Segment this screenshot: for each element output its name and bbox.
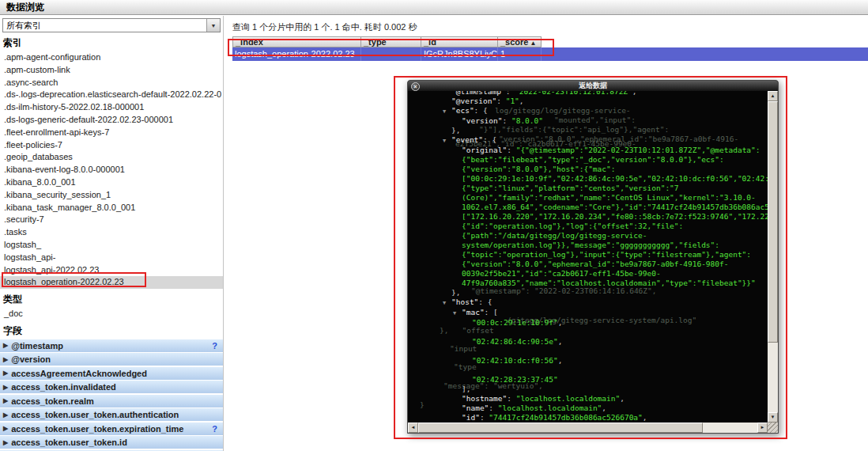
json-line: "02:42:28:23:37:45": [408, 375, 768, 385]
json-line: },: [408, 288, 768, 298]
chevron-down-icon[interactable]: ▼: [206, 19, 220, 32]
json-line: ▼"event": {: [408, 135, 768, 146]
scroll-left-icon[interactable]: ◄: [408, 423, 418, 433]
index-item[interactable]: .fleet-policies-7: [0, 139, 223, 152]
field-item[interactable]: ▶@timestamp?: [0, 339, 223, 352]
index-item[interactable]: logstash_api-2022.02.23: [0, 264, 223, 277]
field-label: access_token.user_token.authentication: [11, 410, 179, 419]
index-item[interactable]: .ds-.logs-deprecation.elasticsearch-defa…: [0, 89, 223, 101]
json-line: {"version":"8.0.0"},"host":{"mac":: [408, 165, 768, 174]
json-line: "@version": "1",: [408, 97, 768, 106]
index-item[interactable]: .kibana_task_manager_8.0.0_001: [0, 202, 223, 214]
index-item[interactable]: .kibana_security_session_1: [0, 189, 223, 202]
json-line: "name": "localhost.localdomain",: [408, 404, 768, 413]
expand-icon: ▶: [3, 356, 8, 363]
collapse-toggle-icon[interactable]: ▼: [443, 298, 451, 308]
dialog-title: 返给数据: [408, 81, 778, 91]
json-line: {"topic":"operation_log"},"input":{"type…: [408, 250, 768, 260]
index-item[interactable]: .fleet-enrollment-api-keys-7: [0, 127, 223, 139]
json-line: "original": "{"@timestamp":"2022-02-23T1…: [408, 146, 768, 155]
expand-icon: ▶: [3, 342, 8, 349]
json-line: {"type":"linux","platform":"centos","ver…: [408, 184, 768, 193]
json-line: "@timestamp": "2022-02-23T10:12:01.872Z"…: [408, 91, 768, 97]
index-item[interactable]: .kibana-event-log-8.0.0-000001: [0, 164, 223, 176]
json-line: {"version":"8.0.0","ephemeral_id":"be9a7…: [408, 260, 768, 269]
collapse-toggle-icon[interactable]: ▼: [453, 309, 462, 318]
result-cell: IGcRJn8BS8YLiyCWL1ec: [421, 47, 498, 61]
field-item[interactable]: ▶accessAgreementAcknowledged: [0, 367, 223, 380]
index-item[interactable]: .apm-agent-configuration: [0, 51, 223, 64]
section-heading-type: 类型: [3, 293, 223, 306]
results-table: _index_type_id_score▲ logstash_operation…: [232, 36, 868, 61]
field-item[interactable]: ▶access_token.invalidated: [0, 381, 223, 393]
json-line: 0039e2f5be21","id":"ca2b0617-eff1-45be-9…: [408, 269, 768, 279]
column-header-score[interactable]: _score▲: [498, 36, 542, 47]
vertical-scroll-thumb[interactable]: [768, 101, 778, 343]
horizontal-scrollbar[interactable]: ◄ ►: [408, 423, 768, 433]
json-line: ["172.16.20.220","172.16.20.234","fe80::…: [408, 212, 768, 222]
scroll-right-icon[interactable]: ►: [757, 423, 768, 433]
index-item[interactable]: .geoip_databases: [0, 151, 223, 164]
field-help-icon[interactable]: ?: [212, 341, 217, 351]
column-header-id[interactable]: _id: [421, 36, 498, 47]
json-line: "02:42:10:dc:f0:56",: [408, 356, 768, 366]
field-item[interactable]: ▶access_token.user_token.expiration_time…: [0, 423, 223, 435]
field-label: access_token.invalidated: [11, 382, 116, 392]
field-help-icon[interactable]: ?: [212, 424, 217, 434]
field-label: access_token.user_token.expiration_time: [11, 424, 183, 434]
field-item[interactable]: ▶access_token.user_token.id: [0, 436, 223, 449]
index-item[interactable]: logstash_operation-2022.02.23: [0, 276, 223, 289]
type-list: _doc: [0, 308, 223, 320]
table-row-selected[interactable]: logstash_operation-2022.02.23IGcRJn8BS8Y…: [232, 47, 868, 61]
index-filter-value: 所有索引: [3, 19, 206, 32]
index-filter-select[interactable]: 所有索引 ▼: [2, 18, 221, 32]
scroll-up-icon[interactable]: ▲: [768, 91, 778, 101]
field-item[interactable]: ▶access_token.realm: [0, 395, 223, 407]
field-label: @timestamp: [11, 341, 63, 351]
index-item[interactable]: logstash_: [0, 239, 223, 252]
index-item[interactable]: .apm-custom-link: [0, 64, 223, 77]
json-line: ▼"ecs": {: [408, 106, 768, 116]
expand-icon: ▶: [3, 439, 8, 446]
field-label: @version: [11, 354, 51, 364]
resize-grip[interactable]: [768, 423, 778, 433]
section-heading-fields: 字段: [3, 324, 223, 338]
page-title: 数据浏览: [0, 0, 868, 15]
close-icon[interactable]: ✕: [411, 82, 420, 91]
index-list: .apm-agent-configuration.apm-custom-link…: [0, 51, 223, 289]
index-item[interactable]: .tasks: [0, 226, 223, 239]
json-line: (Core)","family":"redhat","name":"CentOS…: [408, 193, 768, 203]
sidebar: 所有索引 ▼ 索引 .apm-agent-configuration.apm-c…: [0, 16, 224, 451]
json-viewer: "@timestamp": "2022-02-23T10:12:01.872Z"…: [408, 91, 768, 423]
column-header-type[interactable]: _type: [361, 36, 421, 47]
sort-asc-icon: ▲: [530, 40, 536, 47]
index-item[interactable]: .async-search: [0, 77, 223, 89]
expand-icon: ▶: [3, 384, 8, 391]
collapse-toggle-icon[interactable]: ▼: [443, 136, 451, 146]
index-item[interactable]: .ds-ilm-history-5-2022.02.18-000001: [0, 101, 223, 114]
scroll-down-icon[interactable]: ▼: [768, 412, 778, 423]
expand-icon: ▶: [3, 370, 8, 377]
json-line: 1062.el7.x86_64","codename":"Core"},"id"…: [408, 203, 768, 212]
json-line: {"beat":"filebeat","type":"_doc","versio…: [408, 155, 768, 165]
field-item[interactable]: ▶@version: [0, 353, 223, 366]
json-line: {"id":"operation.log"},"log":{"offset":3…: [408, 222, 768, 231]
field-label: accessAgreementAcknowledged: [11, 369, 147, 378]
index-item[interactable]: .kibana_8.0.0_001: [0, 176, 223, 189]
field-item[interactable]: ▶access_token.user_token.authentication: [0, 408, 223, 421]
json-lines: "@timestamp": "2022-02-23T10:12:01.872Z"…: [408, 91, 768, 423]
type-item[interactable]: _doc: [0, 308, 223, 320]
collapse-toggle-icon[interactable]: ▼: [443, 107, 451, 116]
column-header-index[interactable]: _index: [232, 36, 361, 47]
app-window: 数据浏览 所有索引 ▼ 索引 .apm-agent-configuration.…: [0, 0, 868, 451]
index-item[interactable]: logstash_api-: [0, 252, 223, 264]
vertical-scrollbar[interactable]: ▲ ▼: [768, 91, 778, 423]
json-line: "hostname": "localhost.localdomain",: [408, 394, 768, 404]
json-line: "id": "74417cf24b91457db36b086ac526670a"…: [408, 413, 768, 423]
json-line: "00:0c:29:1e:10:9f",: [408, 318, 768, 328]
json-line: 47f9a760a835","name":"localhost.localdom…: [408, 279, 768, 288]
index-item[interactable]: .security-7: [0, 214, 223, 226]
json-line: "02:42:86:4c:90:5e",: [408, 337, 768, 347]
horizontal-scroll-thumb[interactable]: [418, 423, 703, 433]
index-item[interactable]: .ds-logs-generic-default-2022.02.23-0000…: [0, 114, 223, 127]
